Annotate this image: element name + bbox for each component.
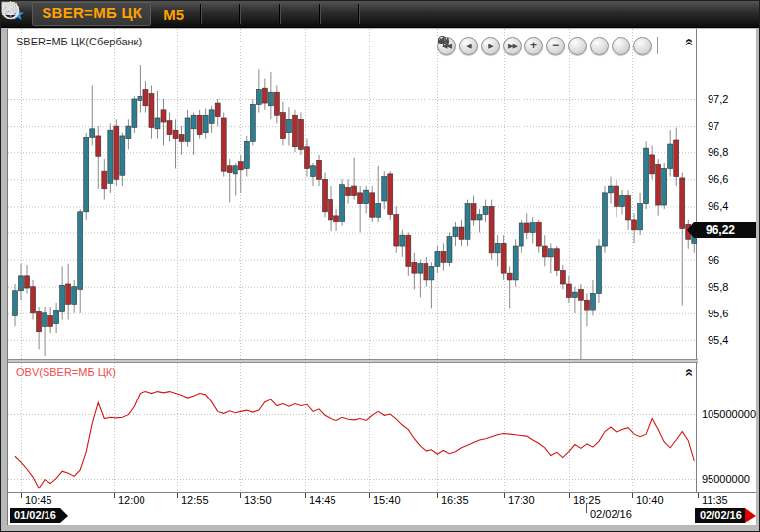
candle bbox=[167, 121, 172, 135]
candle bbox=[149, 94, 154, 128]
candle bbox=[519, 223, 523, 246]
candle bbox=[513, 246, 518, 280]
collapse-obv-panel-icon[interactable]: « bbox=[683, 368, 698, 376]
time-tick-mark bbox=[369, 493, 370, 498]
time-tick-label: 14:45 bbox=[309, 494, 336, 506]
candle bbox=[317, 160, 322, 179]
candle bbox=[54, 310, 59, 324]
candle bbox=[280, 113, 285, 139]
time-tick-mark bbox=[569, 493, 570, 498]
price-tick-label: 96,8 bbox=[708, 146, 728, 158]
cursor-icon[interactable] bbox=[327, 3, 352, 25]
time-tick-mark bbox=[305, 493, 306, 498]
candle bbox=[596, 246, 601, 293]
candle bbox=[238, 162, 243, 170]
candle bbox=[179, 135, 184, 142]
dollar-icon[interactable]: $ bbox=[676, 3, 698, 25]
candle bbox=[43, 313, 48, 327]
step-forward-button[interactable]: ▶ bbox=[481, 37, 500, 55]
chart-type-icon[interactable] bbox=[208, 3, 234, 25]
time-tick-mark bbox=[632, 493, 633, 498]
time-tick-label: 10:45 bbox=[25, 494, 52, 506]
candle bbox=[329, 200, 333, 220]
time-tick-label: 13:50 bbox=[244, 494, 272, 506]
candle bbox=[632, 220, 637, 230]
nav-separator bbox=[657, 37, 658, 54]
goto-end-button[interactable] bbox=[633, 37, 652, 55]
candle bbox=[441, 251, 446, 262]
time-tick-label: 10:40 bbox=[636, 494, 664, 506]
candle bbox=[370, 193, 375, 217]
candle bbox=[209, 110, 214, 124]
date-badge-left: 01/02/16 bbox=[10, 508, 60, 523]
candle bbox=[554, 249, 559, 271]
time-tick-mark bbox=[114, 493, 115, 498]
candle bbox=[298, 119, 303, 149]
timeframe-label[interactable]: M5 bbox=[163, 6, 184, 23]
collapse-main-panel-icon[interactable]: « bbox=[683, 38, 698, 45]
candle bbox=[13, 291, 18, 316]
time-tick-mark bbox=[240, 493, 241, 498]
candle bbox=[680, 178, 685, 228]
toolbar-separator bbox=[200, 4, 202, 24]
candle bbox=[90, 129, 95, 137]
zoom-area-button[interactable] bbox=[568, 37, 587, 55]
last-price-badge: 96,22 bbox=[694, 222, 756, 238]
candle bbox=[429, 266, 434, 280]
candle bbox=[31, 287, 36, 313]
candle bbox=[524, 223, 529, 232]
candle bbox=[412, 262, 417, 273]
candle bbox=[102, 171, 107, 189]
chart-nav-toolbar: ◀◀◀▶▶▶+− bbox=[437, 35, 662, 56]
time-tick-label: 15:40 bbox=[373, 494, 401, 506]
title-bar[interactable]: ★ SBER=МБ ЦК M5 bbox=[1, 1, 760, 28]
candle bbox=[60, 285, 65, 311]
obv-line bbox=[15, 392, 694, 488]
candle bbox=[143, 90, 148, 106]
candle bbox=[25, 276, 30, 288]
candle bbox=[72, 287, 77, 305]
obv-indicator-panel[interactable]: OBV(SBER=МБ ЦК) « bbox=[8, 363, 697, 492]
candle bbox=[19, 276, 24, 291]
price-axis[interactable]: 96,22 97,29796,896,696,49695,895,695,410… bbox=[698, 29, 756, 492]
restore-icon[interactable] bbox=[704, 3, 725, 25]
candle bbox=[406, 235, 411, 266]
candle bbox=[358, 193, 363, 204]
time-tick-label: 12:55 bbox=[181, 494, 209, 506]
candle bbox=[507, 273, 512, 280]
candle bbox=[132, 99, 137, 127]
zoom-in-button[interactable]: + bbox=[524, 37, 543, 55]
expand-scale-button[interactable] bbox=[612, 37, 630, 55]
candle bbox=[644, 148, 649, 204]
indicator-icon[interactable] bbox=[287, 3, 313, 25]
candle bbox=[668, 144, 673, 168]
candle bbox=[262, 88, 267, 103]
symbol-label: SBER=МБ ЦК bbox=[42, 4, 142, 21]
fast-forward-button[interactable]: ▶▶ bbox=[503, 37, 522, 55]
candle bbox=[471, 204, 476, 220]
candle bbox=[340, 185, 345, 222]
levels-icon[interactable] bbox=[366, 3, 392, 25]
candle bbox=[250, 104, 255, 141]
price-tick-label: 96,6 bbox=[708, 173, 728, 185]
candle bbox=[221, 118, 226, 171]
time-axis[interactable]: 10:4512:0012:5513:5014:4515:4016:3517:30… bbox=[8, 492, 756, 507]
chart-area: SBER=МБ ЦК(Сбербанк) ◀◀◀▶▶▶+− « OBV(SBER… bbox=[7, 29, 755, 525]
close-icon[interactable] bbox=[731, 3, 753, 25]
candle bbox=[233, 166, 238, 174]
toolbar-separator bbox=[279, 4, 281, 24]
candle bbox=[256, 90, 261, 105]
candle bbox=[96, 136, 101, 156]
zoom-out-button[interactable]: − bbox=[546, 37, 565, 55]
candle bbox=[346, 187, 351, 195]
candle bbox=[394, 215, 399, 247]
draw-icon[interactable] bbox=[247, 3, 273, 25]
candle bbox=[650, 155, 655, 174]
candle bbox=[620, 196, 625, 207]
candle bbox=[418, 264, 423, 273]
symbol-box[interactable]: SBER=МБ ЦК bbox=[32, 2, 151, 26]
step-backward-button[interactable]: ◀ bbox=[459, 37, 478, 55]
main-price-panel[interactable]: SBER=МБ ЦК(Сбербанк) ◀◀◀▶▶▶+− « bbox=[8, 29, 697, 359]
compress-scale-button[interactable] bbox=[590, 37, 609, 55]
candle bbox=[483, 206, 488, 214]
